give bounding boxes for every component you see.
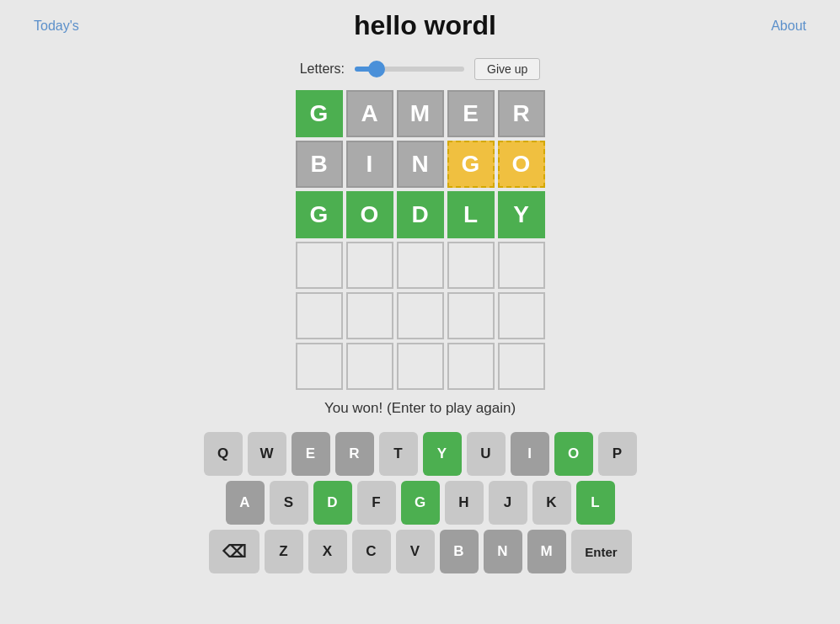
- todays-link[interactable]: Today's: [34, 19, 79, 34]
- grid-row: [296, 343, 545, 390]
- letters-label: Letters:: [300, 61, 345, 77]
- key-j[interactable]: J: [489, 481, 527, 525]
- grid-cell: B: [296, 141, 343, 188]
- key-a[interactable]: A: [226, 481, 265, 525]
- grid-cell: O: [498, 141, 545, 188]
- keyboard-row: ⌫ZXCVBNMEnter: [209, 530, 632, 573]
- enter-key[interactable]: Enter: [571, 530, 632, 573]
- key-c[interactable]: C: [352, 530, 391, 573]
- grid-cell: [346, 242, 393, 289]
- grid-cell: E: [447, 90, 495, 137]
- grid-cell: [397, 292, 444, 339]
- letters-slider[interactable]: [355, 67, 464, 72]
- grid-cell: I: [346, 141, 393, 188]
- grid-cell: [447, 242, 495, 289]
- game-grid: GAMERBINGOGODLY: [0, 90, 840, 390]
- grid-cell: [397, 343, 444, 390]
- key-l[interactable]: L: [576, 481, 615, 525]
- controls-bar: Letters: Give up: [0, 58, 840, 80]
- grid-cell: [296, 343, 343, 390]
- grid-cell: [346, 343, 393, 390]
- key-u[interactable]: U: [467, 432, 506, 476]
- key-r[interactable]: R: [335, 432, 374, 476]
- grid-cell: [397, 242, 444, 289]
- grid-cell: [447, 343, 495, 390]
- grid-row: [296, 242, 545, 289]
- header: Today's hello wordl About: [0, 0, 840, 51]
- give-up-button[interactable]: Give up: [474, 58, 540, 80]
- keyboard: QWERTYUIOPASDFGHJKL⌫ZXCVBNMEnter: [0, 432, 840, 590]
- grid-cell: G: [296, 90, 343, 137]
- keyboard-row: QWERTYUIOP: [204, 432, 637, 476]
- about-link[interactable]: About: [771, 19, 806, 34]
- grid-row: GAMER: [296, 90, 545, 137]
- grid-cell: [447, 292, 495, 339]
- grid-cell: R: [498, 90, 545, 137]
- key-h[interactable]: H: [445, 481, 484, 525]
- grid-cell: Y: [498, 191, 545, 238]
- key-y[interactable]: Y: [423, 432, 462, 476]
- key-n[interactable]: N: [484, 530, 522, 573]
- grid-cell: A: [346, 90, 393, 137]
- key-m[interactable]: M: [527, 530, 566, 573]
- key-x[interactable]: X: [308, 530, 347, 573]
- grid-cell: [346, 292, 393, 339]
- grid-cell: [296, 292, 343, 339]
- grid-row: GODLY: [296, 191, 545, 238]
- key-g[interactable]: G: [401, 481, 440, 525]
- keyboard-row: ASDFGHJKL: [226, 481, 615, 525]
- key-e[interactable]: E: [292, 432, 330, 476]
- key-f[interactable]: F: [357, 481, 396, 525]
- grid-cell: M: [397, 90, 444, 137]
- grid-cell: G: [296, 191, 343, 238]
- grid-cell: [498, 343, 545, 390]
- grid-cell: [498, 292, 545, 339]
- grid-row: [296, 292, 545, 339]
- key-o[interactable]: O: [554, 432, 593, 476]
- key-k[interactable]: K: [532, 481, 571, 525]
- key-b[interactable]: B: [440, 530, 479, 573]
- key-t[interactable]: T: [379, 432, 418, 476]
- grid-cell: [498, 242, 545, 289]
- key-p[interactable]: P: [598, 432, 637, 476]
- key-d[interactable]: D: [313, 481, 352, 525]
- key-s[interactable]: S: [270, 481, 308, 525]
- backspace-icon: ⌫: [222, 541, 246, 562]
- key-v[interactable]: V: [396, 530, 435, 573]
- key-i[interactable]: I: [511, 432, 549, 476]
- grid-cell: [296, 242, 343, 289]
- win-message: You won! (Enter to play again): [0, 400, 840, 417]
- key-w[interactable]: W: [248, 432, 286, 476]
- grid-cell: D: [397, 191, 444, 238]
- grid-cell: G: [447, 141, 495, 188]
- grid-cell: O: [346, 191, 393, 238]
- key-z[interactable]: Z: [265, 530, 303, 573]
- grid-cell: N: [397, 141, 444, 188]
- grid-row: BINGO: [296, 141, 545, 188]
- key-q[interactable]: Q: [204, 432, 243, 476]
- backspace-key[interactable]: ⌫: [209, 530, 259, 573]
- grid-cell: L: [447, 191, 495, 238]
- page-title: hello wordl: [79, 10, 771, 41]
